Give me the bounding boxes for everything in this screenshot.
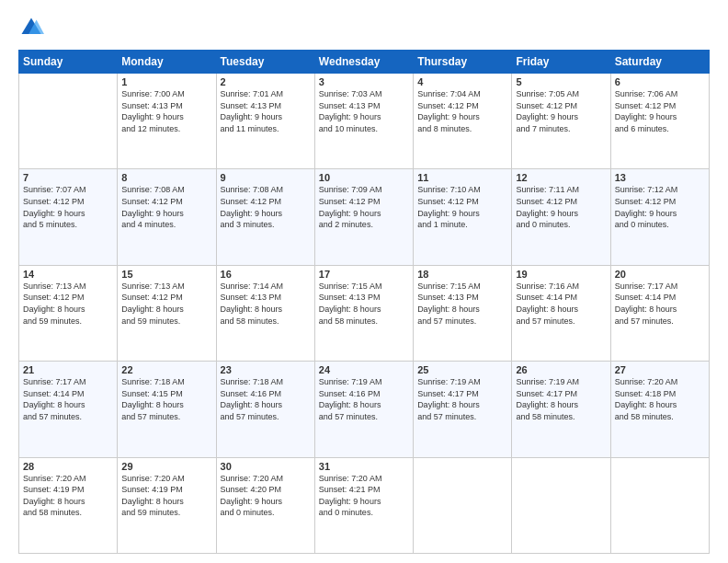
day-number: 29 — [121, 461, 211, 472]
day-info: Sunrise: 7:20 AM Sunset: 4:19 PM Dayligh… — [23, 473, 113, 519]
day-info: Sunrise: 7:15 AM Sunset: 4:13 PM Dayligh… — [319, 281, 409, 327]
day-info: Sunrise: 7:19 AM Sunset: 4:17 PM Dayligh… — [516, 376, 606, 422]
day-number: 18 — [417, 269, 507, 280]
day-number: 14 — [23, 269, 113, 280]
weekday-friday: Friday — [512, 51, 610, 74]
day-info: Sunrise: 7:14 AM Sunset: 4:13 PM Dayligh… — [221, 281, 311, 327]
day-number: 15 — [121, 269, 211, 280]
day-info: Sunrise: 7:18 AM Sunset: 4:16 PM Dayligh… — [221, 376, 311, 422]
calendar-cell: 20Sunrise: 7:17 AM Sunset: 4:14 PM Dayli… — [610, 265, 709, 361]
day-number: 6 — [615, 76, 705, 87]
calendar-cell — [610, 457, 709, 553]
calendar-cell: 8Sunrise: 7:08 AM Sunset: 4:12 PM Daylig… — [118, 169, 216, 265]
day-number: 25 — [417, 364, 507, 375]
week-row-5: 28Sunrise: 7:20 AM Sunset: 4:19 PM Dayli… — [19, 457, 710, 553]
calendar-cell: 1Sunrise: 7:00 AM Sunset: 4:13 PM Daylig… — [118, 74, 216, 169]
day-info: Sunrise: 7:07 AM Sunset: 4:12 PM Dayligh… — [23, 184, 113, 230]
day-info: Sunrise: 7:05 AM Sunset: 4:12 PM Dayligh… — [516, 88, 606, 134]
week-row-3: 14Sunrise: 7:13 AM Sunset: 4:12 PM Dayli… — [19, 265, 710, 361]
day-number: 13 — [615, 172, 705, 183]
day-number: 3 — [319, 76, 409, 87]
day-info: Sunrise: 7:13 AM Sunset: 4:12 PM Dayligh… — [121, 281, 211, 327]
calendar-cell: 16Sunrise: 7:14 AM Sunset: 4:13 PM Dayli… — [216, 265, 314, 361]
calendar: SundayMondayTuesdayWednesdayThursdayFrid… — [18, 50, 710, 554]
calendar-cell: 21Sunrise: 7:17 AM Sunset: 4:14 PM Dayli… — [19, 362, 118, 457]
day-number: 22 — [121, 364, 211, 375]
day-number: 31 — [319, 461, 409, 472]
calendar-cell: 12Sunrise: 7:11 AM Sunset: 4:12 PM Dayli… — [512, 169, 610, 265]
calendar-cell — [414, 457, 512, 553]
day-number: 7 — [23, 172, 113, 183]
day-info: Sunrise: 7:00 AM Sunset: 4:13 PM Dayligh… — [121, 88, 211, 134]
weekday-wednesday: Wednesday — [314, 51, 413, 74]
day-info: Sunrise: 7:12 AM Sunset: 4:12 PM Dayligh… — [615, 184, 705, 230]
day-number: 4 — [417, 76, 507, 87]
day-info: Sunrise: 7:17 AM Sunset: 4:14 PM Dayligh… — [615, 281, 705, 327]
day-info: Sunrise: 7:01 AM Sunset: 4:13 PM Dayligh… — [221, 88, 311, 134]
day-info: Sunrise: 7:08 AM Sunset: 4:12 PM Dayligh… — [221, 184, 311, 230]
day-info: Sunrise: 7:13 AM Sunset: 4:12 PM Dayligh… — [23, 281, 113, 327]
calendar-cell: 4Sunrise: 7:04 AM Sunset: 4:12 PM Daylig… — [414, 74, 512, 169]
day-number: 27 — [615, 364, 705, 375]
calendar-cell: 13Sunrise: 7:12 AM Sunset: 4:12 PM Dayli… — [610, 169, 709, 265]
calendar-cell: 7Sunrise: 7:07 AM Sunset: 4:12 PM Daylig… — [19, 169, 118, 265]
calendar-cell: 23Sunrise: 7:18 AM Sunset: 4:16 PM Dayli… — [216, 362, 314, 457]
calendar-cell: 26Sunrise: 7:19 AM Sunset: 4:17 PM Dayli… — [512, 362, 610, 457]
weekday-monday: Monday — [118, 51, 216, 74]
day-info: Sunrise: 7:17 AM Sunset: 4:14 PM Dayligh… — [23, 376, 113, 422]
calendar-cell — [512, 457, 610, 553]
calendar-cell: 24Sunrise: 7:19 AM Sunset: 4:16 PM Dayli… — [314, 362, 413, 457]
calendar-cell: 28Sunrise: 7:20 AM Sunset: 4:19 PM Dayli… — [19, 457, 118, 553]
weekday-header-row: SundayMondayTuesdayWednesdayThursdayFrid… — [19, 51, 710, 74]
day-number: 26 — [516, 364, 606, 375]
day-info: Sunrise: 7:04 AM Sunset: 4:12 PM Dayligh… — [417, 88, 507, 134]
day-number: 5 — [516, 76, 606, 87]
calendar-cell: 18Sunrise: 7:15 AM Sunset: 4:13 PM Dayli… — [414, 265, 512, 361]
day-number: 8 — [121, 172, 211, 183]
day-number: 28 — [23, 461, 113, 472]
weekday-thursday: Thursday — [414, 51, 512, 74]
day-info: Sunrise: 7:15 AM Sunset: 4:13 PM Dayligh… — [417, 281, 507, 327]
day-number: 23 — [221, 364, 311, 375]
calendar-cell: 27Sunrise: 7:20 AM Sunset: 4:18 PM Dayli… — [610, 362, 709, 457]
day-info: Sunrise: 7:11 AM Sunset: 4:12 PM Dayligh… — [516, 184, 606, 230]
weekday-sunday: Sunday — [19, 51, 118, 74]
day-number: 21 — [23, 364, 113, 375]
logo-icon — [18, 15, 44, 40]
calendar-cell: 10Sunrise: 7:09 AM Sunset: 4:12 PM Dayli… — [314, 169, 413, 265]
header — [18, 15, 710, 40]
day-number: 16 — [221, 269, 311, 280]
calendar-cell: 11Sunrise: 7:10 AM Sunset: 4:12 PM Dayli… — [414, 169, 512, 265]
week-row-1: 1Sunrise: 7:00 AM Sunset: 4:13 PM Daylig… — [19, 74, 710, 169]
day-info: Sunrise: 7:09 AM Sunset: 4:12 PM Dayligh… — [319, 184, 409, 230]
day-number: 9 — [221, 172, 311, 183]
calendar-cell: 19Sunrise: 7:16 AM Sunset: 4:14 PM Dayli… — [512, 265, 610, 361]
day-number: 2 — [221, 76, 311, 87]
calendar-cell: 2Sunrise: 7:01 AM Sunset: 4:13 PM Daylig… — [216, 74, 314, 169]
week-row-2: 7Sunrise: 7:07 AM Sunset: 4:12 PM Daylig… — [19, 169, 710, 265]
day-info: Sunrise: 7:03 AM Sunset: 4:13 PM Dayligh… — [319, 88, 409, 134]
calendar-cell: 9Sunrise: 7:08 AM Sunset: 4:12 PM Daylig… — [216, 169, 314, 265]
calendar-cell: 25Sunrise: 7:19 AM Sunset: 4:17 PM Dayli… — [414, 362, 512, 457]
day-info: Sunrise: 7:10 AM Sunset: 4:12 PM Dayligh… — [417, 184, 507, 230]
day-number: 19 — [516, 269, 606, 280]
day-number: 20 — [615, 269, 705, 280]
day-number: 10 — [319, 172, 409, 183]
week-row-4: 21Sunrise: 7:17 AM Sunset: 4:14 PM Dayli… — [19, 362, 710, 457]
calendar-cell: 6Sunrise: 7:06 AM Sunset: 4:12 PM Daylig… — [610, 74, 709, 169]
day-number: 30 — [221, 461, 311, 472]
day-info: Sunrise: 7:19 AM Sunset: 4:17 PM Dayligh… — [417, 376, 507, 422]
calendar-cell — [19, 74, 118, 169]
calendar-cell: 29Sunrise: 7:20 AM Sunset: 4:19 PM Dayli… — [118, 457, 216, 553]
calendar-cell: 22Sunrise: 7:18 AM Sunset: 4:15 PM Dayli… — [118, 362, 216, 457]
calendar-cell: 30Sunrise: 7:20 AM Sunset: 4:20 PM Dayli… — [216, 457, 314, 553]
day-info: Sunrise: 7:20 AM Sunset: 4:21 PM Dayligh… — [319, 473, 409, 519]
day-info: Sunrise: 7:20 AM Sunset: 4:19 PM Dayligh… — [121, 473, 211, 519]
day-number: 12 — [516, 172, 606, 183]
calendar-cell: 31Sunrise: 7:20 AM Sunset: 4:21 PM Dayli… — [314, 457, 413, 553]
calendar-cell: 17Sunrise: 7:15 AM Sunset: 4:13 PM Dayli… — [314, 265, 413, 361]
day-number: 24 — [319, 364, 409, 375]
page: SundayMondayTuesdayWednesdayThursdayFrid… — [0, 0, 728, 563]
day-info: Sunrise: 7:20 AM Sunset: 4:20 PM Dayligh… — [221, 473, 311, 519]
calendar-cell: 5Sunrise: 7:05 AM Sunset: 4:12 PM Daylig… — [512, 74, 610, 169]
